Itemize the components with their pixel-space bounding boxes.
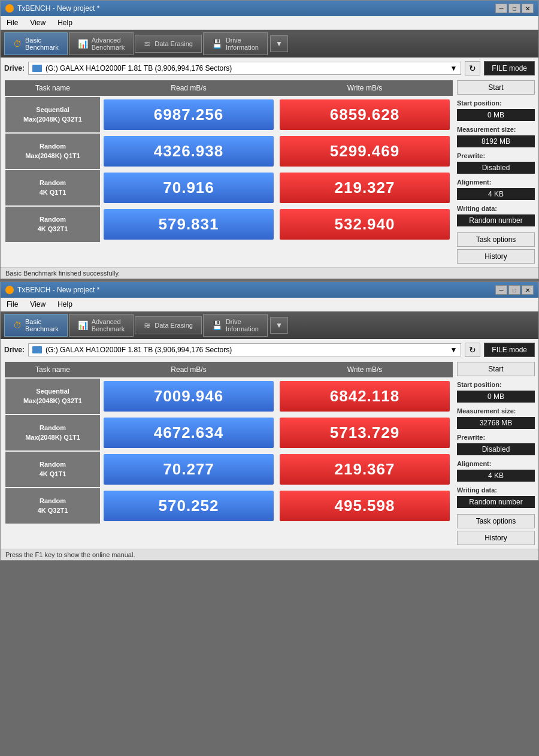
main-content-1: Drive: (G:) GALAX HA1O2000F 1.81 TB (3,9… (1, 58, 538, 267)
advanced-benchmark-icon-1: 📊 (78, 39, 88, 49)
tab-basic-benchmark-2[interactable]: ⏱ Basic Benchmark (4, 314, 68, 337)
write-value-2-2: 219.367 (280, 454, 450, 485)
measurement-size-value-1: 8192 MB (457, 135, 535, 147)
drive-label-1: Drive: (4, 64, 25, 72)
table-area-2: Task name Read mB/s Write mB/s Sequentia… (4, 362, 453, 545)
tab-advanced-benchmark-2[interactable]: 📊 Advanced Benchmark (69, 314, 134, 337)
write-cell-1-2: 5713.729 (277, 415, 453, 451)
write-value-3-1: 532.940 (280, 209, 450, 240)
write-cell-1-1: 5299.469 (277, 133, 453, 170)
window-title-1: TxBENCH - New project * (17, 4, 99, 13)
menu-help-2[interactable]: Help (54, 299, 76, 310)
row-label-2-2: Random 4K Q1T1 (5, 451, 101, 488)
read-value-0-1: 6987.256 (104, 99, 274, 130)
app-icon-1 (5, 4, 14, 13)
drive-value-2: (G:) GALAX HA1O2000F 1.81 TB (3,906,994,… (46, 346, 232, 354)
tab-dropdown-1[interactable]: ▼ (270, 35, 288, 52)
start-position-value-1: 0 MB (457, 109, 535, 121)
start-btn-2[interactable]: Start (457, 362, 535, 376)
status-text-1: Basic Benchmark finished successfully. (5, 270, 120, 277)
tab-data-erasing-1[interactable]: ≋ Data Erasing (135, 35, 202, 53)
read-cell-0-2: 7009.946 (101, 378, 277, 415)
benchmark-table-1: Task name Read mB/s Write mB/s Sequentia… (4, 80, 453, 243)
start-position-label-2: Start position: (457, 381, 535, 388)
tab-basic-benchmark-1[interactable]: ⏱ Basic Benchmark (4, 32, 68, 55)
main-content-2: Drive: (G:) GALAX HA1O2000F 1.81 TB (3,9… (1, 339, 538, 549)
menu-file-2[interactable]: File (3, 299, 22, 310)
write-cell-2-1: 219.327 (277, 170, 453, 206)
start-btn-1[interactable]: Start (457, 80, 535, 95)
read-cell-1-1: 4326.938 (101, 133, 277, 170)
side-panel-1: Start Start position: 0 MB Measurement s… (457, 80, 535, 264)
tab-drive-info-2[interactable]: 💾 Drive Information (203, 314, 268, 337)
task-options-btn-2[interactable]: Task options (457, 514, 535, 528)
write-value-3-2: 495.598 (280, 491, 450, 521)
maximize-btn-1[interactable]: □ (508, 4, 520, 13)
basic-benchmark-icon-1: ⏱ (13, 39, 22, 49)
history-btn-1[interactable]: History (457, 249, 535, 264)
table-row: Random 4K Q1T1 70.277 219.367 (5, 451, 453, 488)
col-header-write-1: Write mB/s (277, 80, 453, 96)
col-header-task-2: Task name (5, 362, 101, 378)
read-cell-2-2: 70.277 (101, 451, 277, 488)
title-bar-controls-2[interactable]: ─ □ ✕ (495, 285, 534, 295)
write-cell-0-1: 6859.628 (277, 96, 453, 133)
menu-bar-2: File View Help (1, 298, 538, 312)
write-cell-3-2: 495.598 (277, 488, 453, 524)
read-cell-3-2: 570.252 (101, 488, 277, 524)
table-row: Random 4K Q32T1 579.831 532.940 (5, 206, 453, 243)
tab-data-erasing-2[interactable]: ≋ Data Erasing (135, 316, 202, 334)
menu-bar-1: File View Help (1, 16, 538, 30)
close-btn-2[interactable]: ✕ (522, 285, 534, 295)
tab-drive-info-1[interactable]: 💾 Drive Information (203, 32, 268, 55)
drive-row-2: Drive: (G:) GALAX HA1O2000F 1.81 TB (3,9… (4, 343, 535, 357)
col-header-write-2: Write mB/s (277, 362, 453, 378)
minimize-btn-2[interactable]: ─ (495, 285, 507, 295)
window-title-2: TxBENCH - New project * (17, 286, 99, 294)
drive-icon-1 (32, 65, 42, 72)
toolbar-2: ⏱ Basic Benchmark 📊 Advanced Benchmark ≋… (1, 312, 538, 339)
benchmark-table-2: Task name Read mB/s Write mB/s Sequentia… (4, 362, 453, 525)
menu-view-2[interactable]: View (26, 299, 49, 310)
drive-refresh-btn-1[interactable]: ↻ (465, 61, 480, 75)
measurement-size-value-2: 32768 MB (457, 417, 535, 429)
write-value-0-2: 6842.118 (280, 381, 450, 412)
title-bar-controls-1[interactable]: ─ □ ✕ (495, 4, 534, 13)
drive-refresh-btn-2[interactable]: ↻ (465, 343, 480, 357)
read-value-1-1: 4326.938 (104, 136, 274, 167)
tab-erasing-label-1: Data Erasing (155, 40, 193, 47)
menu-help-1[interactable]: Help (54, 17, 76, 28)
read-value-2-2: 70.277 (104, 454, 274, 485)
title-bar-left-1: TxBENCH - New project * (5, 4, 99, 13)
menu-view-1[interactable]: View (26, 17, 49, 28)
tab-dropdown-2[interactable]: ▼ (270, 317, 288, 334)
read-value-2-1: 70.916 (104, 173, 274, 203)
history-btn-2[interactable]: History (457, 531, 535, 545)
file-mode-btn-2[interactable]: FILE mode (484, 343, 535, 357)
write-cell-3-1: 532.940 (277, 206, 453, 243)
drive-label-2: Drive: (4, 346, 25, 354)
drive-select-2[interactable]: (G:) GALAX HA1O2000F 1.81 TB (3,906,994,… (28, 343, 461, 356)
file-mode-btn-1[interactable]: FILE mode (484, 61, 535, 75)
app-icon-2 (5, 286, 14, 294)
tab-advanced-benchmark-1[interactable]: 📊 Advanced Benchmark (69, 32, 134, 55)
tab-basic-label-1: Basic Benchmark (25, 37, 59, 51)
close-btn-1[interactable]: ✕ (522, 4, 534, 13)
writing-data-label-1: Writing data: (457, 205, 535, 212)
write-cell-2-2: 219.367 (277, 451, 453, 488)
row-label-2-1: Random 4K Q1T1 (5, 170, 101, 206)
table-row: Random 4K Q1T1 70.916 219.327 (5, 170, 453, 206)
drive-dropdown-arrow-2: ▼ (450, 346, 457, 354)
drive-select-1[interactable]: (G:) GALAX HA1O2000F 1.81 TB (3,906,994,… (28, 62, 461, 75)
basic-benchmark-icon-2: ⏱ (13, 320, 22, 330)
toolbar-1: ⏱ Basic Benchmark 📊 Advanced Benchmark ≋… (1, 30, 538, 58)
read-cell-1-2: 4672.634 (101, 415, 277, 451)
prewrite-value-2: Disabled (457, 443, 535, 455)
task-options-btn-1[interactable]: Task options (457, 232, 535, 247)
drive-info-icon-1: 💾 (212, 39, 222, 49)
minimize-btn-1[interactable]: ─ (495, 4, 507, 13)
maximize-btn-2[interactable]: □ (508, 285, 520, 295)
menu-file-1[interactable]: File (3, 17, 22, 28)
write-value-1-2: 5713.729 (280, 418, 450, 448)
row-label-1-2: Random Max(2048K) Q1T1 (5, 415, 101, 451)
